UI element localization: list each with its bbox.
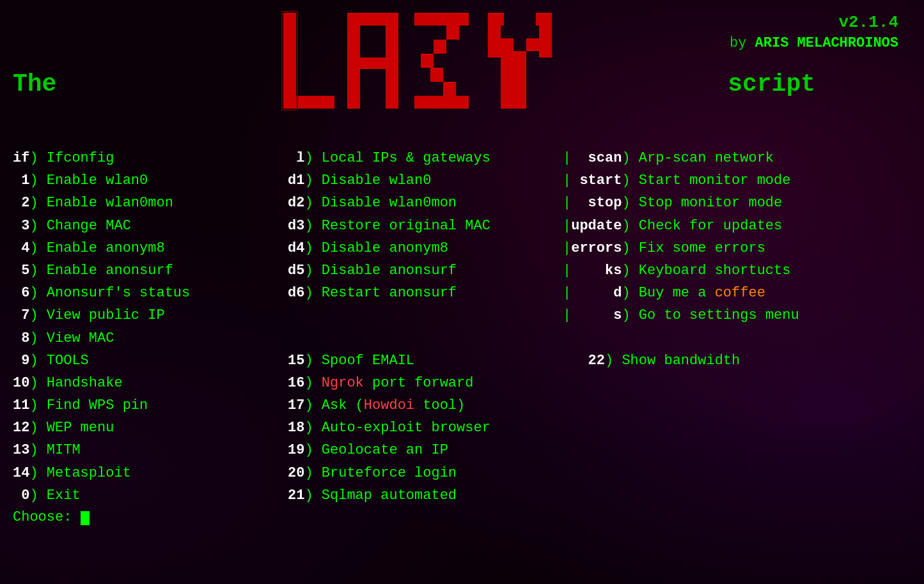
menu-key: 3 <box>13 218 29 234</box>
menu-key: 14 <box>13 465 29 481</box>
menu-key: ks <box>579 263 622 279</box>
menu-key: 18 <box>288 420 304 436</box>
choose-prompt: Choose: <box>13 509 911 525</box>
menu-row: 12) WEP menu 18) Auto-exploit browser <box>13 417 911 439</box>
lazy-logo <box>277 6 648 134</box>
menu-key: 2 <box>13 195 29 211</box>
menu-key: d3 <box>288 218 304 234</box>
svg-rect-9 <box>414 96 469 109</box>
menu-key: start <box>579 173 622 188</box>
menu-key: scan <box>579 150 622 166</box>
menu-key: 21 <box>288 488 304 503</box>
menu-key: 15 <box>288 353 304 369</box>
menu-key: 5 <box>13 263 29 279</box>
menu-key: d1 <box>288 173 304 188</box>
menu-key: errors <box>571 240 622 256</box>
svg-rect-13 <box>430 68 443 82</box>
menu-row: 13) MITM 19) Geolocate an IP <box>13 439 911 461</box>
menu-key: stop <box>579 195 622 211</box>
menu-key: update <box>571 218 622 234</box>
menu-key: 1 <box>13 173 29 188</box>
svg-rect-6 <box>347 13 398 26</box>
menu-key: 10 <box>13 375 29 391</box>
menu-row: 5) Enable anonsurf d5) Disable anonsurf … <box>13 259 911 282</box>
menu-key: 4 <box>13 240 29 256</box>
menu-row: 8) View MAC <box>13 327 911 350</box>
svg-rect-10 <box>446 26 459 40</box>
menu-key: 16 <box>288 375 304 391</box>
menu-key: s <box>579 307 622 323</box>
version-text: v2.1.4 <box>730 13 898 32</box>
menu-key: d5 <box>288 263 304 279</box>
menu-row: 6) Anonsurf's status d6) Restart anonsur… <box>13 282 911 304</box>
script-label: script <box>728 70 815 98</box>
menu-key: 11 <box>13 397 29 413</box>
by-label: by <box>730 35 746 51</box>
svg-rect-1 <box>283 13 296 109</box>
menu-row: if) Ifconfig l) Local IPs & gateways | s… <box>13 147 911 169</box>
menu-row: 3) Change MAC d3) Restore original MAC |… <box>13 215 911 237</box>
menu-key: if <box>13 150 29 166</box>
menu-row: 11) Find WPS pin 17) Ask (Howdoi tool) <box>13 394 911 417</box>
svg-rect-17 <box>501 51 513 109</box>
menu-key: d <box>579 285 622 301</box>
menu-key: l <box>288 150 304 166</box>
svg-rect-24 <box>526 38 545 51</box>
version-info: v2.1.4 by ARIS MELACHROINOS <box>730 13 898 51</box>
svg-rect-18 <box>513 51 526 109</box>
menu-container: if) Ifconfig l) Local IPs & gateways | s… <box>13 147 911 507</box>
menu-key: d6 <box>288 285 304 301</box>
svg-rect-2 <box>283 96 334 109</box>
menu-key: d2 <box>288 195 304 211</box>
svg-rect-14 <box>443 82 456 96</box>
menu-key: 9 <box>13 353 29 369</box>
choose-label: Choose: <box>13 509 72 525</box>
menu-row: 4) Enable anonym8 d4) Disable anonym8 |e… <box>13 237 911 259</box>
svg-rect-20 <box>488 26 501 38</box>
svg-rect-8 <box>414 13 469 26</box>
menu-row: 10) Handshake 16) Ngrok port forward <box>13 372 911 394</box>
the-label: The <box>13 70 56 98</box>
cursor <box>81 511 90 525</box>
menu-key: 17 <box>288 397 304 413</box>
author-name: ARIS MELACHROINOS <box>755 35 898 51</box>
menu-key: 8 <box>13 330 29 346</box>
svg-rect-7 <box>347 58 398 69</box>
svg-rect-19 <box>488 13 504 26</box>
svg-rect-22 <box>536 13 552 26</box>
menu-key: d4 <box>288 240 304 256</box>
menu-key: 20 <box>288 465 304 481</box>
menu-key: 19 <box>288 442 304 458</box>
svg-rect-11 <box>434 40 446 54</box>
svg-rect-12 <box>421 54 434 68</box>
menu-key: 6 <box>13 285 29 301</box>
menu-key: 12 <box>13 420 29 436</box>
menu-row: 2) Enable wlan0mon d2) Disable wlan0mon … <box>13 192 911 214</box>
menu-row: 14) Metasploit 20) Bruteforce login <box>13 462 911 484</box>
menu-key: 22 <box>588 353 605 369</box>
menu-row: 9) TOOLS 15) Spoof EMAIL 22) Show bandwi… <box>13 350 911 372</box>
menu-key: 13 <box>13 442 29 458</box>
svg-rect-23 <box>539 26 552 38</box>
menu-key: 0 <box>13 488 29 503</box>
menu-row: 0) Exit 21) Sqlmap automated <box>13 484 911 507</box>
menu-row: 1) Enable wlan0 d1) Disable wlan0 | star… <box>13 169 911 192</box>
author-text: by ARIS MELACHROINOS <box>730 35 898 51</box>
svg-rect-21 <box>491 38 513 51</box>
menu-row: 7) View public IP | s) Go to settings me… <box>13 304 911 327</box>
menu-key: 7 <box>13 307 29 323</box>
